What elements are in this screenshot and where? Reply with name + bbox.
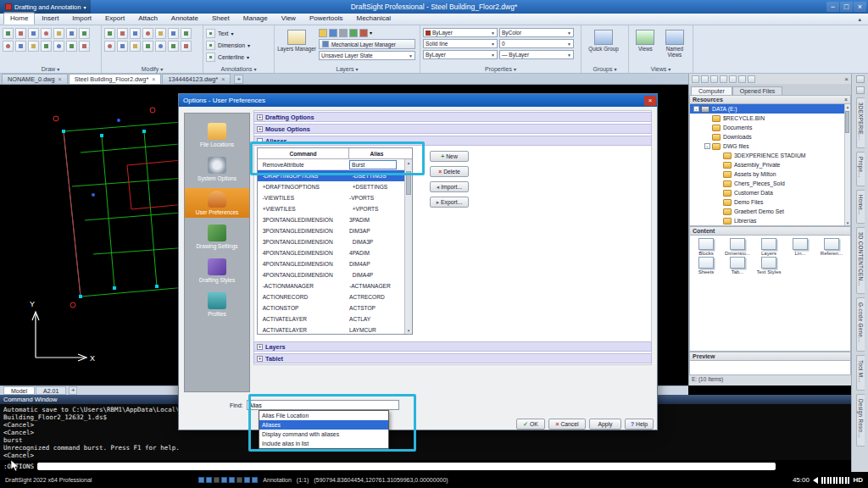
property-dropdown[interactable]: ByLayer ▼	[423, 50, 498, 59]
tree-expander-icon[interactable]: -	[693, 106, 699, 112]
views-icon[interactable]	[738, 75, 746, 83]
draw-tool-icon[interactable]	[53, 28, 64, 39]
alias-row[interactable]: _+DRAFTINGOPTIONS _+DSETTINGS	[258, 181, 412, 192]
alias-row[interactable]: _+VIEWTILES _+VPORTS	[258, 203, 412, 214]
explorer-tab[interactable]: Opened Files	[732, 86, 783, 95]
draw-tool-icon[interactable]	[53, 41, 64, 52]
dialog-sidebar-item[interactable]: File Locations	[185, 120, 249, 150]
volume-icon[interactable]	[813, 477, 818, 484]
alias-row[interactable]: _3POINTANGLEDIMENSION DIM3AP	[258, 225, 412, 236]
content-item[interactable]: Lin...	[785, 238, 815, 256]
find-dropdown-option[interactable]: Include alias in list	[259, 439, 388, 448]
draw-tool-icon[interactable]	[66, 41, 77, 52]
menu-tab[interactable]: Manage	[236, 12, 275, 25]
ribbon-group-label[interactable]: Layers▾	[275, 66, 420, 72]
expand-icon[interactable]: +	[257, 126, 263, 132]
collapse-icon[interactable]: -	[257, 138, 263, 144]
restore-button[interactable]: □	[840, 2, 853, 12]
status-toggle-icon[interactable]	[229, 477, 235, 483]
tree-item[interactable]: Downloads	[690, 132, 850, 141]
alias-row[interactable]: _ACTIONRECORD ACTRECORD	[258, 291, 412, 302]
layer-toggle-icon[interactable]	[319, 29, 327, 37]
tree-scrollbar[interactable]: ▴▾	[844, 104, 850, 225]
section-aliases[interactable]: - Aliases	[253, 136, 652, 146]
alias-row[interactable]: _4POINTANGLEDIMENSION 4PADIM	[258, 247, 412, 258]
document-tab[interactable]: Steel Building_Floor2.dwg* ×	[69, 74, 162, 84]
draw-tool-icon[interactable]	[28, 41, 39, 52]
draw-tool-icon[interactable]	[28, 28, 39, 39]
status-toggle-icon[interactable]	[236, 477, 242, 483]
property-dropdown[interactable]: ByColor ▼	[499, 28, 574, 37]
tree-item[interactable]: Customer Data	[690, 188, 850, 197]
delete-alias-button[interactable]: × Delete	[430, 166, 469, 177]
layer-toggle-icon[interactable]	[359, 29, 368, 37]
status-toggle-icon[interactable]	[206, 477, 212, 483]
menu-tab[interactable]: Powertools	[303, 12, 350, 25]
dialog-sidebar-item[interactable]: System Options	[185, 154, 249, 184]
quick-group-button[interactable]: Quick Group	[584, 28, 623, 52]
new-folder-icon[interactable]	[729, 75, 737, 83]
cancel-button[interactable]: × Cancel	[548, 419, 586, 430]
export-button[interactable]: ▸ Export...	[430, 197, 469, 208]
ribbon-group-label[interactable]: Views▾	[629, 66, 693, 72]
alias-row[interactable]: _-VIEWTILES -VPORTS	[258, 192, 412, 203]
alias-edit-field[interactable]: Burst	[349, 160, 397, 169]
side-panel-tab[interactable]: 3D CONTENTCEN...	[856, 227, 865, 295]
property-dropdown[interactable]: Solid line ▼	[423, 39, 498, 48]
menu-tab[interactable]: Sheet	[205, 12, 236, 25]
views-button[interactable]: Views	[632, 28, 659, 64]
modify-tool-icon[interactable]	[117, 28, 128, 39]
sheet-tab[interactable]: A2.01	[36, 386, 66, 395]
tree-item[interactable]: Assets by Milton	[690, 169, 850, 179]
tree-item[interactable]: Demo Files	[690, 197, 850, 207]
annotation-tool[interactable]: Centerline ▾	[206, 52, 271, 63]
ribbon-group-label[interactable]: Modify▾	[102, 66, 203, 72]
menu-tab[interactable]: Import	[65, 12, 98, 25]
alias-table-scrollbar[interactable]: ▴▾	[404, 159, 412, 334]
modify-tool-icon[interactable]	[104, 41, 115, 52]
draw-tool-icon[interactable]	[3, 28, 14, 39]
section-layers[interactable]: + Layers	[253, 341, 652, 352]
side-panel-tab[interactable]: Tool M...	[856, 355, 865, 391]
draw-tool-icon[interactable]	[66, 28, 77, 39]
expand-icon[interactable]: +	[257, 356, 263, 362]
minimize-button[interactable]: −	[826, 2, 839, 12]
status-toggle-icon[interactable]	[252, 477, 258, 483]
new-tab-button[interactable]: +	[234, 75, 243, 84]
content-item[interactable]: Referen...	[816, 238, 847, 256]
property-dropdown[interactable]: — ByLayer ▼	[499, 50, 574, 59]
modify-tool-icon[interactable]	[130, 28, 141, 39]
modify-tool-icon[interactable]	[155, 41, 166, 52]
content-item[interactable]: Tab...	[722, 257, 753, 274]
home-icon[interactable]	[748, 75, 755, 83]
back-icon[interactable]	[692, 75, 699, 83]
collapse-ribbon-button[interactable]: ▴	[851, 14, 868, 25]
ribbon-group-label[interactable]: Annotations▾	[203, 66, 274, 72]
menu-tab[interactable]: Attach	[131, 12, 164, 25]
scale-label[interactable]: (1:1)	[297, 477, 309, 483]
menu-tab[interactable]: View	[275, 12, 303, 25]
modify-tool-icon[interactable]	[130, 41, 141, 52]
modify-tool-icon[interactable]	[168, 41, 179, 52]
section-tablet[interactable]: + Tablet	[253, 353, 652, 363]
draw-tool-icon[interactable]	[41, 28, 52, 39]
ribbon-group-label[interactable]: Draw▾	[0, 66, 101, 72]
draw-tool-icon[interactable]	[79, 28, 90, 39]
up-icon[interactable]	[710, 75, 718, 83]
modify-tool-icon[interactable]	[155, 28, 166, 39]
pin-icon[interactable]	[856, 75, 865, 83]
tree-expander-icon[interactable]: -	[704, 143, 710, 149]
alias-row[interactable]: _ACTIONSTOP ACTSTOP	[258, 302, 412, 313]
dialog-sidebar-item[interactable]: User Preferences	[185, 188, 249, 218]
mechanical-layer-manager-button[interactable]: Mechanical Layer Manager	[319, 39, 415, 49]
layer-toggle-icon[interactable]	[349, 29, 358, 37]
property-dropdown[interactable]: ByLayer ▼	[423, 28, 498, 37]
draw-tool-icon[interactable]	[41, 41, 52, 52]
draw-tool-icon[interactable]	[3, 41, 14, 52]
side-panel-tab[interactable]: Home...	[856, 190, 865, 224]
annotation-tool[interactable]: Dimension ▾	[206, 40, 271, 51]
tree-item[interactable]: Assembly_Private	[690, 160, 850, 169]
video-quality-badge[interactable]: HD	[853, 476, 863, 484]
ribbon-group-label[interactable]: Properties▾	[420, 66, 581, 72]
alias-row[interactable]: _-ACTIONMANAGER -ACTMANAGER	[258, 280, 412, 291]
